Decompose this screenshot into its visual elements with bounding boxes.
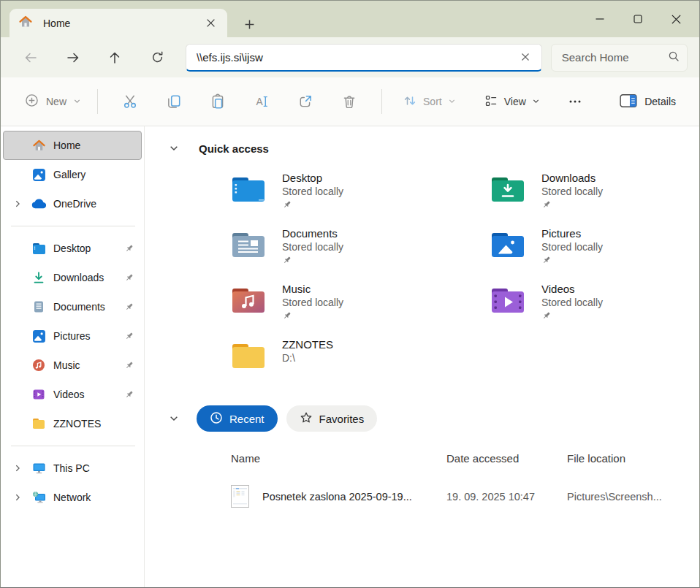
pin-icon: [282, 199, 343, 210]
explorer-tab-home[interactable]: Home: [9, 9, 227, 37]
tile-pictures[interactable]: Pictures Stored locally: [490, 227, 699, 272]
desktop-folder-icon: [31, 241, 46, 256]
home-tab-icon: [18, 15, 33, 32]
details-button[interactable]: Details: [614, 89, 682, 115]
sidebar-item-zznotes[interactable]: ZZNOTES: [3, 409, 142, 438]
sidebar-item-this-pc[interactable]: This PC: [3, 454, 142, 483]
table-row[interactable]: Posnetek zaslona 2025-09-19... 19. 09. 2…: [231, 485, 699, 508]
network-icon: [31, 490, 46, 505]
copy-button[interactable]: [152, 85, 196, 118]
music-icon: [31, 358, 46, 373]
cut-button[interactable]: [108, 85, 152, 118]
tile-documents[interactable]: Documents Stored locally: [231, 227, 490, 272]
home-icon: [31, 138, 46, 153]
sort-arrows-icon: [403, 93, 417, 110]
pictures-icon: [31, 329, 46, 343]
new-button[interactable]: New: [18, 88, 87, 115]
pin-icon: [121, 272, 138, 283]
titlebar: Home: [1, 1, 699, 37]
pin-icon: [541, 255, 603, 265]
up-button[interactable]: [94, 44, 136, 72]
chevron-right-icon[interactable]: [4, 464, 31, 473]
address-input[interactable]: [197, 51, 515, 64]
close-button[interactable]: [657, 1, 695, 37]
column-header-date-accessed[interactable]: Date accessed: [446, 452, 567, 465]
pin-icon: [121, 389, 138, 400]
downloads-folder-icon: [490, 173, 525, 205]
content-area: Quick access Desktop Stored locally: [145, 126, 699, 587]
quick-access-collapse-icon[interactable]: [165, 140, 183, 157]
sidebar-item-music[interactable]: Music: [3, 351, 142, 380]
view-layout-icon: [484, 93, 498, 110]
chevron-right-icon[interactable]: [4, 199, 31, 208]
favorites-filter-pill[interactable]: Favorites: [286, 405, 378, 432]
sidebar-divider: [11, 446, 135, 446]
forward-button[interactable]: [52, 44, 94, 72]
tab-title: Home: [43, 18, 201, 29]
sidebar-item-pictures[interactable]: Pictures: [3, 321, 142, 351]
refresh-button[interactable]: [136, 44, 178, 72]
toolbar-divider: [97, 89, 98, 114]
pin-icon: [282, 255, 343, 265]
tile-desktop[interactable]: Desktop Stored locally: [231, 172, 490, 217]
search-icon[interactable]: [668, 50, 680, 65]
onedrive-icon: [31, 196, 46, 211]
this-pc-icon: [31, 461, 46, 476]
search-input[interactable]: [562, 51, 668, 64]
sidebar-item-gallery[interactable]: Gallery: [3, 160, 142, 189]
delete-button[interactable]: [327, 85, 371, 118]
new-tab-button[interactable]: [239, 15, 259, 33]
tile-music[interactable]: Music Stored locally: [231, 283, 490, 328]
music-folder-icon: [231, 284, 266, 316]
pin-icon: [541, 199, 603, 210]
back-button[interactable]: [9, 44, 52, 72]
sidebar-item-desktop[interactable]: Desktop: [3, 234, 142, 263]
tab-close-icon[interactable]: [201, 14, 220, 33]
plus-circle-icon: [24, 93, 39, 110]
clock-icon: [210, 411, 223, 427]
navigation-pane: Home Gallery OneDrive: [1, 126, 145, 587]
sidebar-item-home[interactable]: Home: [3, 131, 142, 160]
column-header-name[interactable]: Name: [231, 452, 446, 465]
more-options-icon[interactable]: [560, 87, 590, 116]
paste-button[interactable]: [196, 85, 240, 118]
tile-zznotes[interactable]: ZZNOTES D:\: [231, 338, 490, 383]
address-bar[interactable]: [186, 44, 542, 72]
chevron-down-icon: [448, 96, 456, 107]
details-pane-icon: [620, 93, 637, 110]
star-icon: [300, 411, 313, 427]
tile-videos[interactable]: Videos Stored locally: [490, 283, 699, 328]
column-header-file-location[interactable]: File location: [567, 452, 699, 465]
share-button[interactable]: [284, 85, 327, 118]
folder-icon: [231, 340, 266, 372]
svg-text:A: A: [256, 96, 264, 107]
gallery-icon: [31, 167, 46, 182]
recent-filter-pill[interactable]: Recent: [197, 405, 278, 432]
maximize-button[interactable]: [619, 1, 657, 37]
tile-downloads[interactable]: Downloads Stored locally: [490, 172, 699, 217]
quick-access-title: Quick access: [199, 142, 269, 155]
minimize-button[interactable]: [581, 1, 619, 37]
downloads-icon: [31, 270, 46, 285]
recent-section-collapse-icon[interactable]: [165, 410, 183, 427]
documents-folder-icon: [231, 229, 266, 261]
pin-icon: [121, 243, 138, 253]
rename-button[interactable]: A: [240, 85, 284, 118]
chevron-down-icon: [73, 96, 81, 107]
sort-button[interactable]: Sort: [395, 89, 463, 115]
sidebar-item-documents[interactable]: Documents: [3, 292, 142, 321]
sidebar-item-videos[interactable]: Videos: [3, 380, 142, 409]
pin-icon: [282, 310, 343, 321]
chevron-right-icon[interactable]: [4, 493, 31, 502]
sidebar-item-network[interactable]: Network: [3, 483, 142, 512]
pictures-folder-icon: [490, 229, 525, 261]
videos-folder-icon: [490, 284, 525, 316]
sidebar-item-onedrive[interactable]: OneDrive: [3, 189, 142, 218]
pin-icon: [121, 302, 138, 312]
sidebar-divider: [11, 226, 135, 226]
address-clear-icon[interactable]: [515, 47, 536, 67]
search-box[interactable]: [551, 44, 688, 72]
view-button[interactable]: View: [476, 89, 547, 115]
documents-icon: [31, 299, 46, 314]
sidebar-item-downloads[interactable]: Downloads: [3, 263, 142, 292]
